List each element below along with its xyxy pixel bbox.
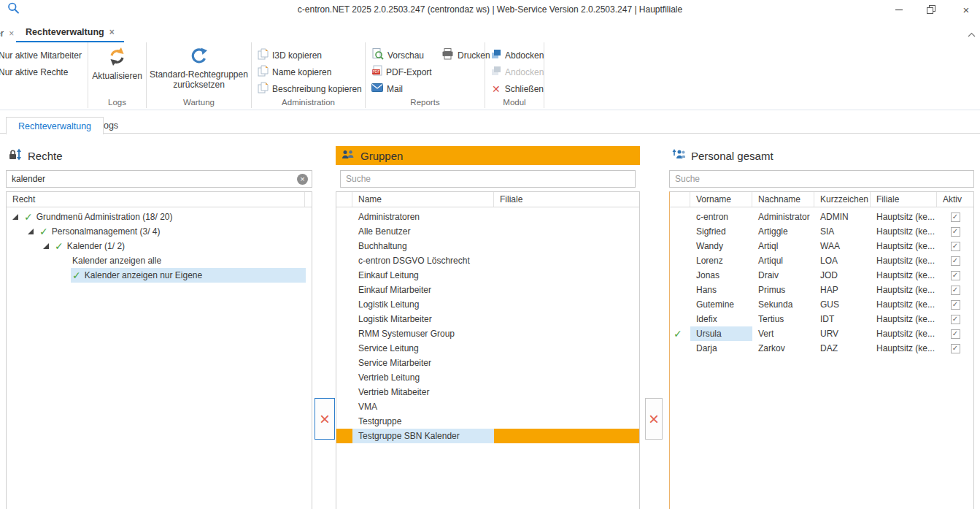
print-button[interactable]: Drucken — [441, 47, 490, 64]
person-aktiv-cell: ✓ — [937, 210, 973, 224]
group-row[interactable]: RMM Systemuser Group — [336, 326, 639, 341]
undock-button[interactable]: Abdocken — [485, 47, 544, 64]
personnel-search-input[interactable] — [670, 171, 973, 187]
tree-row[interactable]: Kalender anzeigen alle — [7, 253, 312, 268]
person-row[interactable]: Idefix Tertius IDT Hauptsitz (ke... ✓ — [670, 312, 973, 326]
group-row[interactable]: Testgruppe SBN Kalender — [336, 429, 639, 443]
column-header-kurzzeichen[interactable]: Kurzzeichen — [814, 192, 871, 207]
group-filiale-cell — [494, 297, 639, 312]
minimize-button[interactable] — [891, 3, 907, 16]
copy-i3d-button[interactable]: I3D kopieren — [252, 47, 365, 64]
aktiv-checkbox[interactable]: ✓ — [951, 315, 960, 324]
aktiv-checkbox[interactable]: ✓ — [951, 227, 960, 237]
ribbon-collapse-icon[interactable] — [968, 29, 976, 39]
column-header-nachname[interactable]: Nachname — [752, 192, 814, 207]
person-vorname-cell: c-entron — [690, 210, 752, 224]
groups-panel-header: Gruppen — [336, 146, 640, 165]
group-row-indicator-cell — [336, 268, 352, 283]
group-row[interactable]: Einkauf Mitarbeiter — [336, 283, 639, 297]
column-header-aktiv[interactable]: Aktiv — [937, 192, 973, 207]
tree-expander-icon[interactable] — [11, 214, 20, 221]
column-header-vorname[interactable]: Vorname — [690, 192, 752, 207]
group-row[interactable]: Buchhaltung — [336, 239, 639, 253]
search-icon[interactable] — [7, 2, 20, 17]
tree-row[interactable]: ✓ Personalmanagement (3/ 4) — [7, 224, 312, 239]
restore-button[interactable] — [923, 3, 939, 16]
close-module-button[interactable]: ✕ Schließen — [485, 80, 544, 97]
group-row[interactable]: Vertrieb Mitabeiter — [336, 385, 639, 399]
tree-expander-icon[interactable] — [26, 229, 36, 235]
aktiv-checkbox[interactable]: ✓ — [951, 213, 960, 222]
person-row[interactable]: c-entron Administrator ADMIN Hauptsitz (… — [670, 210, 973, 224]
group-row-indicator-cell — [336, 356, 352, 370]
remove-right-from-group-button[interactable]: × — [315, 398, 335, 440]
person-kurzzeichen-cell: LOA — [814, 253, 871, 268]
aktiv-checkbox[interactable]: ✓ — [951, 329, 960, 339]
module-tab-rechteverwaltung[interactable]: Rechteverwaltung × — [16, 23, 124, 43]
group-row[interactable]: Einkauf Leitung — [336, 268, 639, 283]
tree-expander-icon[interactable] — [42, 243, 51, 250]
groups-icon — [342, 150, 355, 162]
refresh-label: Aktualisieren — [88, 71, 146, 81]
mail-button[interactable]: Mail — [366, 80, 485, 97]
reset-rightgroups-button[interactable]: Standard-Rechtegruppen zurücksetzen — [147, 45, 251, 90]
tree-node-label: Kalender (1/ 2) — [67, 241, 125, 251]
person-row[interactable]: ✓ Ursula Vert URV Hauptsitz (ke... ✓ — [670, 326, 973, 341]
group-row[interactable]: Testgruppe — [336, 414, 639, 429]
group-name-cell: Testgruppe — [352, 414, 494, 429]
close-icon[interactable]: × — [109, 27, 115, 37]
module-tab-partial-label: er — [0, 28, 4, 39]
aktiv-checkbox[interactable]: ✓ — [951, 286, 960, 295]
tab-rechteverwaltung[interactable]: Rechteverwaltung — [6, 117, 104, 134]
group-filiale-cell — [494, 370, 639, 385]
column-header-recht[interactable]: Recht — [7, 192, 305, 207]
group-name-cell: Einkauf Mitarbeiter — [352, 283, 494, 297]
person-filiale-cell: Hauptsitz (ke... — [871, 341, 937, 356]
aktiv-checkbox[interactable]: ✓ — [951, 271, 960, 280]
person-row[interactable]: Gutemine Sekunda GUS Hauptsitz (ke... ✓ — [670, 297, 973, 312]
group-row[interactable]: Logistik Mitarbeiter — [336, 312, 639, 326]
column-header-filiale[interactable]: Filiale — [871, 192, 937, 207]
clear-search-icon[interactable]: × — [297, 174, 308, 185]
rights-search-input[interactable] — [7, 171, 312, 187]
group-row[interactable]: Logistik Leitung — [336, 297, 639, 312]
column-header-name[interactable]: Name — [352, 192, 494, 207]
pdf-export-button[interactable]: PDF PDF-Export — [366, 64, 485, 80]
group-row[interactable]: c-entron DSGVO Löschrecht — [336, 253, 639, 268]
person-filiale-cell: Hauptsitz (ke... — [871, 326, 937, 341]
group-row[interactable]: Alle Benutzer — [336, 224, 639, 239]
person-row[interactable]: Sigfried Artiggle SIA Hauptsitz (ke... ✓ — [670, 224, 973, 239]
person-row[interactable]: Hans Primus HAP Hauptsitz (ke... ✓ — [670, 283, 973, 297]
aktiv-checkbox[interactable]: ✓ — [951, 300, 960, 310]
groups-search-input[interactable] — [341, 171, 635, 187]
copy-name-button[interactable]: Name kopieren — [252, 64, 365, 80]
group-row[interactable]: Service Mitarbeiter — [336, 356, 639, 370]
tree-row[interactable]: ✓ Grundmenü Administration (18/ 20) — [7, 210, 312, 224]
printer-icon — [441, 48, 454, 62]
aktiv-checkbox[interactable]: ✓ — [951, 242, 960, 251]
aktiv-checkbox[interactable]: ✓ — [951, 344, 960, 353]
close-icon[interactable]: × — [9, 28, 14, 39]
tree-row[interactable]: ✓ Kalender anzeigen nur Eigene — [7, 268, 312, 283]
group-row[interactable]: VMA — [336, 399, 639, 414]
person-row[interactable]: Jonas Draiv JOD Hauptsitz (ke... ✓ — [670, 268, 973, 283]
remove-person-from-group-button[interactable]: × — [645, 398, 663, 440]
group-row[interactable]: Administratoren — [336, 210, 639, 224]
person-row[interactable]: Wandy Artiql WAA Hauptsitz (ke... ✓ — [670, 239, 973, 253]
filter-nur-aktive-rechte[interactable]: Nur aktive Rechte — [0, 63, 86, 80]
group-filiale-cell — [494, 399, 639, 414]
refresh-button[interactable]: Aktualisieren — [88, 45, 146, 81]
reset-rightgroups-label: Standard-Rechtegruppen zurücksetzen — [147, 69, 251, 90]
person-kurzzeichen-cell: HAP — [814, 283, 871, 297]
pdf-icon: PDF — [371, 65, 382, 79]
group-row[interactable]: Vertrieb Leitung — [336, 370, 639, 385]
copy-description-button[interactable]: Beschreibung kopieren — [252, 80, 365, 97]
group-row[interactable]: Service Leitung — [336, 341, 639, 356]
close-window-button[interactable]: × — [958, 3, 974, 16]
aktiv-checkbox[interactable]: ✓ — [951, 256, 960, 266]
person-row[interactable]: Darja Zarkov DAZ Hauptsitz (ke... ✓ — [670, 341, 973, 356]
column-header-filiale[interactable]: Filiale — [494, 192, 639, 207]
tree-row[interactable]: ✓ Kalender (1/ 2) — [7, 239, 312, 253]
person-row[interactable]: Lorenz Artiqul LOA Hauptsitz (ke... ✓ — [670, 253, 973, 268]
filter-nur-aktive-mitarbeiter[interactable]: Nur aktive Mitarbeiter — [0, 46, 86, 63]
